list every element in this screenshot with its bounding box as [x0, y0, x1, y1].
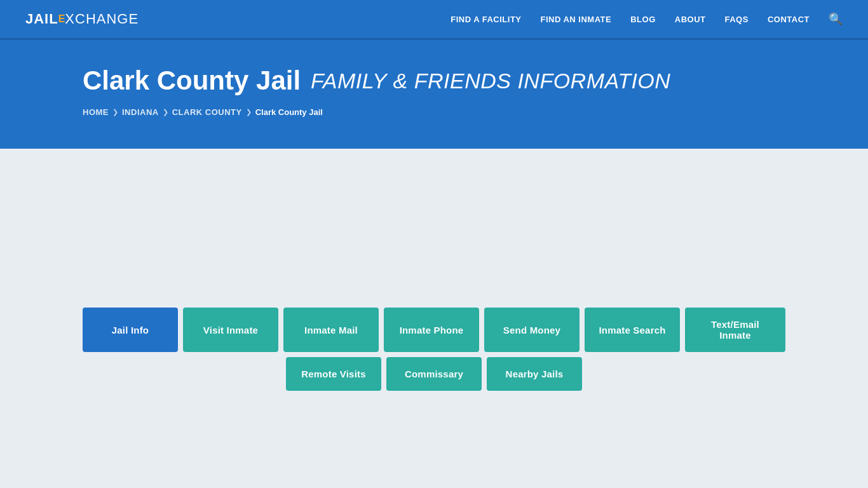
nav-faqs[interactable]: FAQs — [725, 15, 749, 24]
page-title: Clark County Jail FAMILY & FRIENDS INFOR… — [83, 65, 785, 96]
site-header: JAILEXCHANGE FIND A FACILITY FIND AN INM… — [0, 0, 868, 38]
main-content: Jail Info Visit Inmate Inmate Mail Inmat… — [0, 149, 868, 429]
commissary-button[interactable]: Commissary — [386, 357, 482, 391]
buttons-section: Jail Info Visit Inmate Inmate Mail Inmat… — [83, 308, 785, 391]
nav-find-inmate[interactable]: FIND AN INMATE — [541, 15, 612, 24]
buttons-row-1: Jail Info Visit Inmate Inmate Mail Inmat… — [83, 308, 785, 352]
breadcrumb: Home ❯ Indiana ❯ Clark County ❯ Clark Co… — [83, 107, 785, 117]
send-money-button[interactable]: Send Money — [484, 308, 580, 352]
logo[interactable]: JAILEXCHANGE — [25, 11, 139, 27]
hero-section: Clark County Jail FAMILY & FRIENDS INFOR… — [0, 40, 868, 149]
breadcrumb-chevron-1: ❯ — [112, 108, 118, 116]
nav-blog[interactable]: BLOG — [630, 15, 656, 24]
page-title-main: Clark County Jail — [83, 65, 301, 96]
nav-about[interactable]: ABOUT — [675, 15, 706, 24]
inmate-phone-button[interactable]: Inmate Phone — [384, 308, 479, 352]
breadcrumb-home[interactable]: Home — [83, 107, 109, 117]
logo-x-text: E — [58, 13, 65, 25]
buttons-row-2: Remote Visits Commissary Nearby Jails — [83, 357, 785, 391]
text-email-inmate-button[interactable]: Text/Email Inmate — [685, 308, 785, 352]
jail-info-button[interactable]: Jail Info — [83, 308, 178, 352]
nav-contact[interactable]: CONTACT — [768, 15, 810, 24]
breadcrumb-indiana[interactable]: Indiana — [122, 107, 159, 117]
breadcrumb-chevron-3: ❯ — [246, 108, 252, 116]
inmate-search-button[interactable]: Inmate Search — [585, 308, 680, 352]
nav-find-facility[interactable]: FIND A FACILITY — [451, 15, 521, 24]
logo-jail-text: JAIL — [25, 11, 58, 27]
inmate-mail-button[interactable]: Inmate Mail — [283, 308, 379, 352]
breadcrumb-current: Clark County Jail — [255, 107, 323, 117]
search-icon[interactable]: 🔍 — [829, 12, 843, 26]
logo-exchange-text: XCHANGE — [65, 11, 139, 27]
remote-visits-button[interactable]: Remote Visits — [286, 357, 381, 391]
main-nav: FIND A FACILITY FIND AN INMATE BLOG ABOU… — [451, 12, 843, 26]
breadcrumb-clark-county[interactable]: Clark County — [172, 107, 242, 117]
page-title-subtitle: FAMILY & FRIENDS INFORMATION — [311, 69, 670, 93]
breadcrumb-chevron-2: ❯ — [163, 108, 168, 116]
nearby-jails-button[interactable]: Nearby Jails — [487, 357, 582, 391]
visit-inmate-button[interactable]: Visit Inmate — [183, 308, 278, 352]
